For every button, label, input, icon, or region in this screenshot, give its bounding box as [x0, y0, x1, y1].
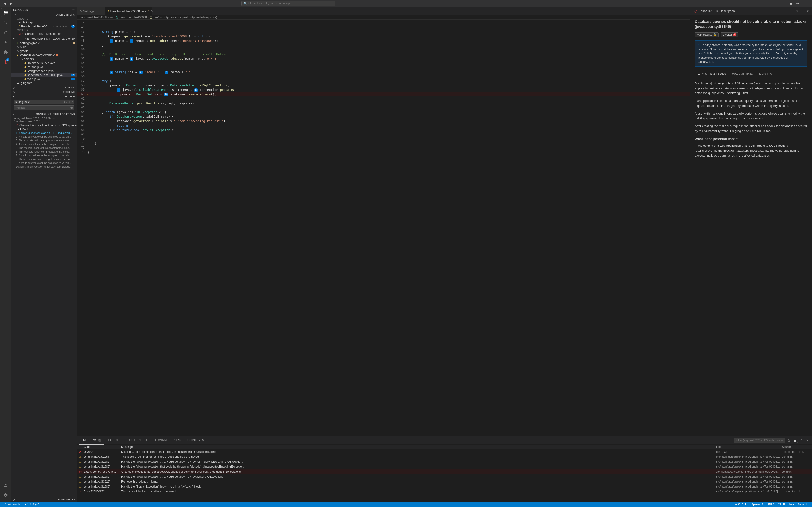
person-item[interactable]: J Person.java	[11, 65, 77, 69]
titlebar-search[interactable]: 🔍	[241, 1, 335, 6]
encoding-item[interactable]: UTF-8	[766, 503, 775, 506]
replace-icon[interactable]: AB	[70, 107, 73, 109]
src-folder-item[interactable]: ▾ src/main/java/org/example	[11, 53, 77, 57]
group-by-icon[interactable]: ☰	[792, 438, 798, 443]
build-folder-item[interactable]: ▷ build	[11, 45, 77, 49]
activity-sonarlint[interactable]: 1	[1, 57, 10, 67]
breadcrumb-file[interactable]: BenchmarkTest00008.java	[80, 16, 112, 19]
spaces-item[interactable]: Spaces: 4	[751, 503, 764, 506]
flow-step-3[interactable]: 3: This concatenation can propagate mali…	[11, 138, 77, 142]
open-benchmark-item[interactable]: J BenchmarkTest00008.java src/main/java/…	[11, 24, 77, 29]
open-settings-item[interactable]: ⚙ Settings	[11, 20, 77, 24]
flow-step-6[interactable]: 6: This concatenation can propagate mali…	[11, 150, 77, 154]
flow-step-10[interactable]: 10: Sink: this invocation is not safe; a…	[11, 165, 77, 169]
flow-step-5[interactable]: 5: The malicious content is concatenated…	[11, 146, 77, 150]
settings-gradle-item[interactable]: G settings.gradle U	[11, 41, 77, 45]
gradle-folder-item[interactable]: ▷ gradle	[11, 49, 77, 53]
activity-run[interactable]	[1, 38, 10, 47]
flow-step-4[interactable]: 4: A malicious value can be assigned to …	[11, 142, 77, 146]
panel-split-icon[interactable]: ⧉	[795, 8, 799, 14]
activity-accounts[interactable]	[1, 481, 10, 490]
regex-icon[interactable]: .*	[71, 101, 73, 104]
helpers-folder-item[interactable]: ▷ helpers	[11, 57, 77, 61]
search-input-field[interactable]	[15, 101, 64, 104]
filter-icon[interactable]: ⧉	[786, 438, 791, 443]
editor-tab-close[interactable]: ✕	[150, 9, 154, 14]
filter-input[interactable]	[734, 438, 785, 443]
problem-row-5[interactable]: ◎ Latest SonarCloud Anal... Change this …	[77, 469, 812, 474]
java-projects-header[interactable]: ▷ JAVA PROJECTS	[11, 497, 77, 502]
settings-tab[interactable]: ⚙ Settings	[77, 7, 105, 15]
stringmsg-item[interactable]: J StringMessage.java	[11, 69, 77, 73]
problem-row-7[interactable]: ⚠ sonarlint(java:S3626) Remove this redu…	[77, 479, 812, 484]
case-sensitive-icon[interactable]: Aa	[64, 101, 67, 104]
errors-item[interactable]: ● 1 ⚠ 8 ⊘ 0	[24, 503, 40, 506]
output-tab[interactable]: OUTPUT	[104, 436, 120, 445]
panel-close-icon[interactable]: ✕	[805, 8, 810, 14]
timeline-header[interactable]: ▷ TIMELINE	[11, 90, 77, 94]
line-col-item[interactable]: Ln 60, Col 1	[733, 503, 749, 506]
activity-explorer[interactable]	[1, 8, 10, 17]
open-editors-header[interactable]: ▾ OPEN EDITORS	[11, 13, 77, 17]
tabs-bar: ⚙ Settings J BenchmarkTest00008.java 7 ✕…	[77, 7, 690, 15]
terminal-tab[interactable]: TERMINAL	[151, 436, 170, 445]
flow-step-7[interactable]: 7: A malicious value can be assigned to …	[11, 154, 77, 157]
ports-tab[interactable]: PORTS	[170, 436, 185, 445]
whole-word-icon[interactable]: ab	[68, 101, 70, 104]
benchmarktest-item[interactable]: J BenchmarkTest00008.java 7	[11, 73, 77, 77]
project-header[interactable]: ▾ TAINT-VULNERABILITY-EXAMPLE-OWASP	[11, 37, 77, 41]
close-panel-icon[interactable]: ✕	[805, 438, 810, 443]
tabs-more-button[interactable]: ···	[683, 9, 690, 13]
main-item[interactable]: J Main.java 1	[11, 77, 77, 81]
outline-header[interactable]: ▷ OUTLINE	[11, 86, 77, 90]
problem-row-3[interactable]: ⚠ sonarlint(java:S1989) Handle the follo…	[77, 459, 812, 464]
back-button[interactable]: ◀	[2, 1, 7, 6]
problem-row-1[interactable]: ✕ Java(0) Missing Gradle project configu…	[77, 449, 812, 454]
sl-tab-fix[interactable]: How can I fix it?	[729, 70, 756, 77]
flow-step-9[interactable]: 9: A malicious value can be assigned to …	[11, 161, 77, 165]
gitignore-item[interactable]: ◆ .gitignore	[11, 81, 77, 85]
sonarlint-desc-item[interactable]: ✕ ◎ SonarLint Rule Description	[11, 32, 77, 36]
activity-search[interactable]	[1, 18, 10, 27]
flow-step-1[interactable]: 1: Source: a user can craft an HTTP requ…	[11, 131, 77, 135]
problem-row-6[interactable]: ⚠ sonarlint(java:S1989) Handle the follo…	[77, 474, 812, 479]
replace-input-field[interactable]	[15, 106, 70, 109]
sl-tab-more[interactable]: More Info	[756, 70, 775, 77]
problems-tab[interactable]: PROBLEMS 9	[79, 436, 104, 445]
activity-source-control[interactable]	[1, 28, 10, 37]
search-input[interactable]	[248, 2, 333, 5]
problem-row-8[interactable]: ⚠ sonarlint(java:S1989) Handle the "Serv…	[77, 484, 812, 489]
breadcrumb-class[interactable]: C BenchmarkTest00008	[115, 16, 147, 19]
expand-icon[interactable]: ⌃	[799, 438, 804, 443]
language-item[interactable]: Java	[788, 503, 795, 506]
sonarlint-status-item[interactable]: SonarLint	[797, 503, 810, 506]
activity-extensions[interactable]	[1, 47, 10, 57]
eol-item[interactable]: CRLF	[777, 503, 786, 506]
editor-tab[interactable]: J BenchmarkTest00008.java 7 ✕	[105, 7, 152, 15]
monitor-icon[interactable]: ▭	[795, 1, 800, 6]
problem-row-2[interactable]: ⚠ sonarlint(java:S125) This block of com…	[77, 454, 812, 459]
code-editor[interactable]: 44 45 46 String param = "";	[77, 20, 690, 436]
problem-row-9[interactable]: ✕ Java(536870973) The value of the local…	[77, 489, 812, 494]
sonarlint-panel-tab[interactable]: ◎ SonarLint Rule Description	[692, 7, 737, 15]
forward-button[interactable]: ▶	[9, 1, 14, 6]
branch-item[interactable]: test-branch*	[2, 503, 21, 506]
change-title-item[interactable]: ⊙ Change this code to not construct SQL …	[11, 123, 77, 127]
flow-step-8[interactable]: 8: This invocation can propagate malicio…	[11, 157, 77, 161]
flow-step-2[interactable]: 2: A malicious value can be assigned to …	[11, 135, 77, 138]
problem-row-4[interactable]: ⚠ sonarlint(java:S1989) Handle the follo…	[77, 464, 812, 469]
explorer-more-icon[interactable]: ···	[72, 8, 75, 12]
sonarlint-issues-header[interactable]: ▾ SONARLINT ISSUE LOCATIONS	[11, 112, 77, 116]
breadcrumb-method[interactable]: doPost(HttpServletRequest, HttpServletRe…	[150, 16, 217, 19]
comments-tab[interactable]: COMMENTS	[185, 436, 206, 445]
panel-more-icon[interactable]: ···	[800, 8, 805, 14]
grid-icon[interactable]: ⋮⋮	[801, 1, 810, 6]
activity-settings[interactable]	[1, 491, 10, 500]
dbhelper-item[interactable]: J DatabaseHelper.java	[11, 61, 77, 65]
debug-console-tab[interactable]: DEBUG CONSOLE	[121, 436, 151, 445]
layout-icon[interactable]: ▣	[789, 1, 794, 6]
search-header[interactable]: ▾ SEARCH	[11, 94, 77, 99]
sl-tab-issue[interactable]: Why is this an issue?	[695, 70, 729, 77]
flow-label-item[interactable]: ▾ Flow 1	[11, 127, 77, 131]
explorer-header[interactable]: EXPLORER ···	[11, 7, 77, 13]
